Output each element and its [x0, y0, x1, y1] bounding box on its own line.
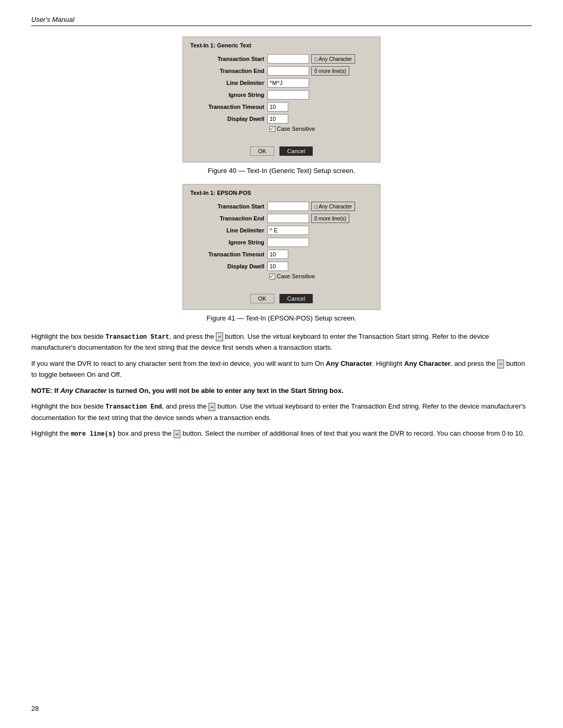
case-sensitive-checkbox[interactable]: [270, 126, 275, 132]
para4-enter-icon: ↵: [174, 430, 180, 438]
transaction-start-input[interactable]: [267, 54, 309, 64]
epson-case-sensitive-text: Case Sensitive: [277, 273, 315, 279]
dialog-epson-pos-title: Text-In 1: EPSON-POS: [190, 190, 373, 196]
transaction-timeout-input[interactable]: 10: [267, 102, 288, 112]
note-any: Any Character: [60, 387, 107, 394]
line-delimiter-input[interactable]: ^M^J: [267, 78, 309, 88]
epson-more-lines-button[interactable]: 0 more line(s): [311, 214, 349, 223]
epson-ignore-string-input[interactable]: [267, 238, 309, 247]
para4-more: more line(s): [71, 430, 116, 438]
transaction-timeout-label: Transaction Timeout: [190, 104, 267, 110]
epson-line-delimiter-label: Line Delimiter: [190, 227, 267, 233]
epson-any-character-button[interactable]: □ Any Character: [311, 202, 355, 211]
ignore-string-row: Ignore String: [190, 90, 373, 100]
epson-line-delimiter-input[interactable]: ^ E: [267, 226, 309, 235]
header-title: User's Manual: [31, 16, 75, 23]
cancel-button-41[interactable]: Cancel: [279, 294, 313, 303]
para1-transaction-start: Transaction Start: [105, 334, 169, 341]
figure-41-container: Text-In 1: EPSON-POS Transaction Start □…: [31, 184, 532, 322]
note-paragraph: NOTE: If Any Character is turned On, you…: [31, 386, 532, 397]
ignore-string-input[interactable]: [267, 90, 309, 100]
epson-case-sensitive-checkbox[interactable]: [270, 274, 275, 279]
dialog-generic-text: Text-In 1: Generic Text Transaction Star…: [182, 36, 381, 163]
paragraph-4: Highlight the more line(s) box and press…: [31, 428, 532, 439]
epson-any-character-col: □ Any Character: [311, 202, 355, 211]
epson-line-delimiter-row: Line Delimiter ^ E: [190, 225, 373, 236]
epson-transaction-start-input[interactable]: [267, 202, 309, 211]
para2-any2: Any Character: [404, 360, 450, 367]
para2-b: . Highlight: [372, 360, 404, 367]
para3-b: , and press the: [162, 402, 209, 410]
para2-any: Any Character: [326, 360, 372, 367]
epson-transaction-timeout-label: Transaction Timeout: [190, 251, 267, 257]
epson-transaction-timeout-input[interactable]: 10: [267, 250, 288, 259]
ok-button-40[interactable]: OK: [250, 146, 274, 156]
para2-enter-icon: ↵: [497, 360, 504, 368]
epson-case-sensitive-label[interactable]: Case Sensitive: [270, 273, 315, 279]
more-lines-button[interactable]: 0 more line(s): [311, 66, 349, 76]
para2-a: If you want the DVR to react to any char…: [31, 360, 326, 367]
para4-b: box and press the: [116, 429, 174, 437]
para3-enter-icon: ↵: [209, 403, 215, 411]
note-rest: is turned On, you will not be able to en…: [107, 387, 344, 394]
para1-enter-icon: ↵: [216, 332, 223, 341]
epson-transaction-end-row: Transaction End 0 more line(s): [190, 213, 373, 224]
ignore-string-label: Ignore String: [190, 92, 267, 98]
transaction-end-row: Transaction End 0 more line(s): [190, 66, 373, 76]
case-sensitive-label[interactable]: Case Sensitive: [270, 126, 315, 132]
dialog-buttons-41: OK Cancel: [190, 294, 373, 303]
para3-a: Highlight the box beside: [31, 402, 105, 410]
body-paragraphs: Highlight the box beside Transaction Sta…: [31, 331, 532, 440]
para3-transaction-end: Transaction End: [105, 403, 162, 411]
transaction-start-row: Transaction Start □ Any Character: [190, 54, 373, 64]
dialog-epson-pos: Text-In 1: EPSON-POS Transaction Start □…: [182, 184, 381, 310]
more-lines-col: 0 more line(s): [311, 66, 349, 76]
display-dwell-input[interactable]: 10: [267, 114, 288, 124]
epson-display-dwell-row: Display Dwell 10: [190, 261, 373, 272]
page: User's Manual Text-In 1: Generic Text Tr…: [0, 0, 563, 728]
epson-transaction-end-label: Transaction End: [190, 215, 267, 221]
dialog-buttons-40: OK Cancel: [190, 146, 373, 156]
line-delimiter-label: Line Delimiter: [190, 80, 267, 86]
header: User's Manual: [31, 16, 532, 26]
figure-40-caption: Figure 40 — Text-In (Generic Text) Setup…: [208, 167, 356, 175]
para2-c: , and press the: [450, 360, 497, 367]
figure-41-caption: Figure 41 — Text-In (EPSON-POS) Setup sc…: [206, 314, 356, 322]
display-dwell-row: Display Dwell 10: [190, 114, 373, 124]
display-dwell-label: Display Dwell: [190, 116, 267, 122]
epson-more-lines-col: 0 more line(s): [311, 214, 349, 223]
epson-transaction-timeout-row: Transaction Timeout 10: [190, 249, 373, 260]
epson-ignore-string-row: Ignore String: [190, 237, 373, 248]
figure-40-container: Text-In 1: Generic Text Transaction Star…: [31, 36, 532, 175]
para4-a: Highlight the: [31, 429, 71, 437]
para1-b: , and press the: [169, 332, 216, 340]
para4-c: button. Select the number of additional …: [180, 429, 524, 437]
transaction-timeout-row: Transaction Timeout 10: [190, 102, 373, 112]
line-delimiter-row: Line Delimiter ^M^J: [190, 78, 373, 88]
case-sensitive-row: Case Sensitive: [270, 126, 373, 132]
transaction-start-label: Transaction Start: [190, 56, 267, 62]
epson-transaction-start-label: Transaction Start: [190, 203, 267, 209]
epson-case-sensitive-row: Case Sensitive: [270, 273, 373, 279]
ok-button-41[interactable]: OK: [250, 294, 274, 303]
epson-display-dwell-input[interactable]: 10: [267, 262, 288, 271]
transaction-end-label: Transaction End: [190, 68, 267, 74]
transaction-end-input[interactable]: [267, 66, 309, 76]
epson-display-dwell-label: Display Dwell: [190, 263, 267, 269]
paragraph-2: If you want the DVR to react to any char…: [31, 359, 532, 380]
cancel-button-40[interactable]: Cancel: [279, 146, 313, 156]
paragraph-3: Highlight the box beside Transaction End…: [31, 401, 532, 423]
any-character-col: □ Any Character: [311, 54, 355, 64]
para1-a: Highlight the box beside: [31, 332, 105, 340]
any-character-button[interactable]: □ Any Character: [311, 54, 355, 64]
case-sensitive-text: Case Sensitive: [277, 126, 315, 132]
paragraph-1: Highlight the box beside Transaction Sta…: [31, 331, 532, 353]
epson-transaction-start-row: Transaction Start □ Any Character: [190, 201, 373, 212]
note-label: NOTE:: [31, 387, 52, 394]
dialog-generic-text-title: Text-In 1: Generic Text: [190, 42, 373, 48]
epson-ignore-string-label: Ignore String: [190, 239, 267, 245]
epson-transaction-end-input[interactable]: [267, 214, 309, 223]
note-text: If: [52, 387, 60, 394]
page-number: 28: [31, 705, 39, 712]
